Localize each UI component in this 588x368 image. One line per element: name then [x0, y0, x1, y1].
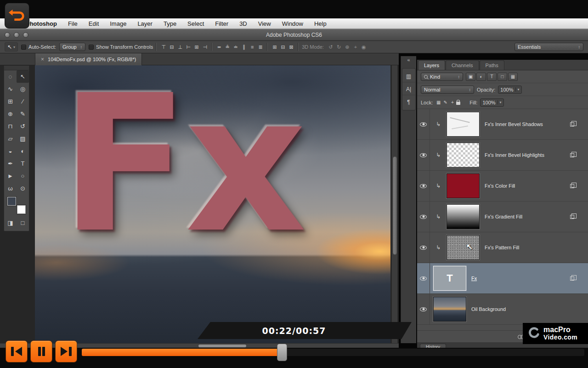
3d-rotate-icon[interactable]: ↺ [327, 43, 334, 51]
history-brush-tool[interactable]: ↺ [17, 120, 29, 132]
lock-transparency-icon[interactable]: ▦ [435, 99, 441, 106]
screen-mode-tool[interactable]: □ [17, 217, 29, 229]
layer-thumbnail[interactable] [447, 143, 480, 167]
eyedropper-tool[interactable]: ∕ [17, 95, 29, 108]
tools-panel-header[interactable] [4, 66, 29, 70]
quick-mask-tool[interactable]: ◨ [4, 217, 17, 229]
dodge-tool[interactable]: ◐ [17, 145, 29, 157]
layer-visibility-toggle[interactable] [417, 140, 430, 170]
lock-all-icon[interactable] [456, 102, 460, 105]
filter-smart-objects-icon[interactable]: ▦ [508, 73, 518, 81]
progress-handle[interactable] [277, 344, 287, 361]
mini-bridge-panel-icon[interactable]: ▥ [402, 70, 415, 82]
menu-view[interactable]: View [258, 20, 271, 27]
layer-row-4[interactable]: ↳Fx's Gradient Fill [417, 201, 588, 232]
distribute-left-edges-icon[interactable]: ∥ [240, 43, 248, 51]
distribute-horizontal-centers-icon[interactable]: ≡ [249, 43, 256, 51]
tab-channels[interactable]: Channels [446, 60, 479, 70]
auto-select-mode-select[interactable]: Group [59, 43, 85, 51]
layer-visibility-toggle[interactable] [417, 263, 430, 293]
collapse-panels-icon[interactable]: « [407, 57, 410, 63]
filter-shape-layers-icon[interactable]: □ [498, 73, 507, 81]
path-selection-tool[interactable]: ► [4, 170, 17, 182]
3d-slide-icon[interactable]: + [352, 43, 359, 51]
crop-tool[interactable]: ⊞ [4, 95, 17, 108]
character-panel-icon[interactable]: A| [402, 83, 415, 95]
tool-preset-picker[interactable]: ↖ [5, 42, 18, 52]
distribute-bottom-edges-icon[interactable]: ≐ [232, 43, 239, 51]
move-tool[interactable]: ↖ [17, 70, 29, 83]
distribute-top-edges-icon[interactable]: ≖ [215, 43, 223, 51]
layer-visibility-toggle[interactable] [417, 294, 430, 324]
distribute-right-edges-icon[interactable]: ≣ [257, 43, 264, 51]
menu-select[interactable]: Select [187, 20, 204, 27]
minimize-window-button[interactable] [14, 32, 19, 38]
layer-row-1[interactable]: ↳Fx's Inner Bevel Shadows [417, 109, 588, 140]
blur-tool[interactable]: ◒ [4, 145, 17, 157]
layer-visibility-toggle[interactable] [417, 201, 430, 232]
tab-close-icon[interactable]: × [41, 56, 44, 63]
menu-3d[interactable]: 3D [239, 20, 247, 27]
skip-forward-button[interactable] [55, 340, 77, 362]
menu-image[interactable]: Image [110, 20, 126, 27]
document-tab[interactable]: × 104DemoFx.psd @ 100% (Fx, RGB/8*) [35, 53, 142, 65]
fill-value[interactable]: 100% [480, 98, 503, 107]
menu-filter[interactable]: Filter [215, 20, 228, 27]
pen-tool[interactable]: ✒ [4, 157, 17, 170]
layer-thumbnail[interactable] [447, 204, 480, 229]
pause-button[interactable] [30, 340, 52, 362]
layer-visibility-toggle[interactable] [417, 232, 430, 263]
auto-select-checkbox[interactable] [21, 45, 26, 50]
align-left-edges-icon[interactable]: ⊢ [185, 43, 192, 51]
align-top-edges-icon[interactable]: ⊤ [160, 43, 167, 51]
brush-tool[interactable]: ✎ [17, 108, 29, 120]
align-bottom-edges-icon[interactable]: ⊥ [176, 43, 184, 51]
layer-thumbnail[interactable] [447, 112, 480, 137]
opacity-value[interactable]: 100% [498, 86, 521, 94]
close-window-button[interactable] [5, 32, 10, 38]
layer-row-7[interactable]: Oil Background [417, 294, 588, 325]
layer-visibility-toggle[interactable] [417, 109, 430, 139]
filter-type-layers-icon[interactable]: T [487, 73, 497, 81]
zoom-tool[interactable]: ⊙ [17, 182, 29, 195]
layer-visibility-toggle[interactable] [417, 171, 430, 201]
marquee-tool[interactable]: ◌ [4, 70, 17, 83]
workspace-select[interactable]: Essentials [514, 43, 583, 51]
distribute-vertical-centers-icon[interactable]: ≗ [224, 43, 231, 51]
menu-file[interactable]: File [68, 20, 78, 27]
clone-stamp-tool[interactable]: ⊓ [4, 120, 17, 132]
type-tool[interactable]: T [17, 157, 29, 170]
menu-edit[interactable]: Edit [89, 20, 99, 27]
filter-kind-select[interactable]: Kind [421, 73, 463, 81]
menu-layer[interactable]: Layer [137, 20, 153, 27]
progress-track[interactable] [82, 349, 584, 356]
auto-align-layers-icon[interactable]: ⊞ [271, 43, 278, 51]
vertical-scrollbar[interactable] [391, 65, 398, 343]
lock-position-icon[interactable]: + [449, 99, 455, 106]
canvas[interactable]: Fx [35, 65, 390, 343]
auto-blend-layers-icon[interactable]: ⊟ [279, 43, 287, 51]
skip-back-button[interactable] [6, 340, 28, 362]
tab-layers[interactable]: Layers [418, 60, 445, 70]
layer-thumbnail[interactable] [447, 173, 480, 198]
filter-adjustment-layers-icon[interactable]: ◐ [476, 73, 486, 81]
layer-row-3[interactable]: ↳Fx's Color Fill [417, 171, 588, 201]
3d-scale-icon[interactable]: ◉ [360, 43, 368, 51]
3d-drag-icon[interactable]: ⊕ [344, 43, 351, 51]
healing-brush-tool[interactable]: ⊕ [4, 108, 17, 120]
blend-mode-select[interactable]: Normal [421, 86, 474, 94]
gradient-tool[interactable]: ▨ [17, 132, 29, 145]
layer-thumbnail[interactable]: T [433, 266, 466, 291]
layer-row-5[interactable]: ↳↖Fx's Pattern Fill [417, 232, 588, 263]
vertical-scrollbar-thumb[interactable] [393, 156, 397, 255]
horizontal-scrollbar-thumb[interactable] [198, 345, 246, 347]
menu-window[interactable]: Window [282, 20, 303, 27]
layer-thumbnail[interactable]: ↖ [447, 235, 480, 260]
align-right-edges-icon[interactable]: ⊣ [201, 43, 209, 51]
layer-row-2[interactable]: ↳Fx's Inner Bevel Highlights [417, 140, 588, 171]
shape-tool[interactable]: ○ [17, 170, 29, 182]
layer-row-6[interactable]: TFx [417, 263, 588, 294]
filter-pixel-layers-icon[interactable]: ▣ [466, 73, 475, 81]
quick-selection-tool[interactable]: ◎ [17, 83, 29, 95]
align-vertical-centers-icon[interactable]: ⊟ [168, 43, 175, 51]
